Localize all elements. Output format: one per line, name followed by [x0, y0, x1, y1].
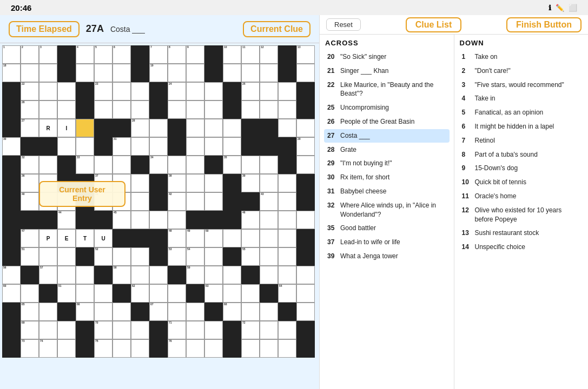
cell-10-3[interactable]: E: [57, 229, 76, 247]
down-column[interactable]: DOWN 1Take on2"Don't care!"3"Five stars,…: [454, 35, 589, 389]
clue-item[interactable]: 6It might be hidden in a lapel: [459, 120, 584, 133]
cell-11-13[interactable]: 55: [241, 247, 260, 266]
cell-16-16[interactable]: [296, 339, 315, 358]
cell-12-14[interactable]: [260, 266, 278, 284]
cell-13-4[interactable]: [76, 284, 94, 303]
cell-5-8[interactable]: [149, 137, 168, 156]
cell-12-3[interactable]: [57, 266, 76, 284]
cell-10-8[interactable]: [149, 229, 168, 247]
clue-item[interactable]: 35Good battler: [324, 222, 450, 235]
cell-4-0[interactable]: [2, 119, 21, 137]
cell-11-16[interactable]: [296, 247, 315, 266]
cell-9-16[interactable]: [296, 211, 315, 229]
cell-16-2[interactable]: 74: [39, 339, 57, 358]
cell-5-12[interactable]: [223, 137, 241, 156]
cell-0-9[interactable]: 8: [168, 45, 186, 64]
cell-0-6[interactable]: 6: [113, 45, 131, 64]
cell-11-2[interactable]: [39, 247, 57, 266]
cell-9-8[interactable]: [149, 211, 168, 229]
clue-item[interactable]: 7Retinol: [459, 134, 584, 147]
cell-8-3[interactable]: [57, 192, 76, 211]
cell-2-14[interactable]: [260, 82, 278, 100]
cell-14-8[interactable]: 67: [149, 303, 168, 321]
cell-3-9[interactable]: [168, 100, 186, 119]
cell-16-14[interactable]: [260, 339, 278, 358]
cell-15-3[interactable]: [57, 321, 76, 339]
cell-9-10[interactable]: [186, 211, 204, 229]
cell-10-15[interactable]: [278, 229, 296, 247]
cell-8-10[interactable]: [186, 192, 204, 211]
cell-2-5[interactable]: 23: [94, 82, 113, 100]
cell-13-0[interactable]: 60: [2, 284, 21, 303]
cell-10-2[interactable]: P: [39, 229, 57, 247]
cell-11-4[interactable]: [76, 247, 94, 266]
cell-13-12[interactable]: [223, 284, 241, 303]
cell-0-7[interactable]: [131, 45, 149, 64]
cell-14-16[interactable]: [296, 303, 315, 321]
cell-5-13[interactable]: [241, 137, 260, 156]
cell-5-7[interactable]: [131, 137, 149, 156]
cell-5-6[interactable]: 31: [113, 137, 131, 156]
cell-11-14[interactable]: [260, 247, 278, 266]
cell-13-2[interactable]: [39, 284, 57, 303]
cell-1-1[interactable]: [21, 64, 39, 82]
cell-16-13[interactable]: [241, 339, 260, 358]
cell-3-4[interactable]: [76, 100, 94, 119]
cell-12-13[interactable]: [241, 266, 260, 284]
cell-16-4[interactable]: [76, 339, 94, 358]
cell-11-10[interactable]: 54: [186, 247, 204, 266]
cell-9-4[interactable]: [76, 211, 94, 229]
cell-3-13[interactable]: [241, 100, 260, 119]
cell-1-10[interactable]: [186, 64, 204, 82]
cell-14-0[interactable]: [2, 303, 21, 321]
cell-3-11[interactable]: [204, 100, 223, 119]
cell-4-1[interactable]: 27: [21, 119, 39, 137]
cell-5-1[interactable]: [21, 137, 39, 156]
cell-15-4[interactable]: [76, 321, 94, 339]
cell-10-12[interactable]: [223, 229, 241, 247]
cell-2-6[interactable]: [113, 82, 131, 100]
cell-1-9[interactable]: [168, 64, 186, 82]
cell-15-2[interactable]: [39, 321, 57, 339]
cell-9-0[interactable]: [2, 211, 21, 229]
cell-12-4[interactable]: [76, 266, 94, 284]
cell-8-1[interactable]: 40: [21, 192, 39, 211]
cell-0-13[interactable]: 11: [241, 45, 260, 64]
cell-9-15[interactable]: [278, 211, 296, 229]
cell-7-14[interactable]: [260, 174, 278, 192]
cell-8-11[interactable]: [204, 192, 223, 211]
cell-14-2[interactable]: [39, 303, 57, 321]
cell-6-1[interactable]: 32: [21, 156, 39, 174]
cell-3-14[interactable]: [260, 100, 278, 119]
cell-1-7[interactable]: [131, 64, 149, 82]
cell-10-14[interactable]: [260, 229, 278, 247]
cell-5-2[interactable]: [39, 137, 57, 156]
cell-4-6[interactable]: [113, 119, 131, 137]
clue-item[interactable]: 12Olive who existed for 10 years before …: [459, 204, 584, 226]
cell-3-12[interactable]: [223, 100, 241, 119]
clue-item[interactable]: 39What a Jenga tower: [324, 250, 450, 263]
clue-item[interactable]: 29"I'm not buying it!": [324, 157, 450, 170]
cell-7-3[interactable]: [57, 174, 76, 192]
clue-item[interactable]: 26People of the Great Basin: [324, 115, 450, 129]
clue-item[interactable]: 8Part of a tuba's sound: [459, 148, 584, 162]
cell-9-13[interactable]: 46: [241, 211, 260, 229]
cell-15-8[interactable]: [149, 321, 168, 339]
cell-5-16[interactable]: 29: [296, 137, 315, 156]
clue-item[interactable]: 25Uncompromising: [324, 101, 450, 115]
cell-2-1[interactable]: 22: [21, 82, 39, 100]
cell-6-13[interactable]: [241, 156, 260, 174]
cell-11-6[interactable]: [113, 247, 131, 266]
cell-12-1[interactable]: [21, 266, 39, 284]
cell-10-7[interactable]: [131, 229, 149, 247]
cell-12-12[interactable]: [223, 266, 241, 284]
cell-11-12[interactable]: [223, 247, 241, 266]
cell-11-7[interactable]: [131, 247, 149, 266]
cell-13-11[interactable]: 63: [204, 284, 223, 303]
cell-1-0[interactable]: 18: [2, 64, 21, 82]
cell-15-0[interactable]: [2, 321, 21, 339]
cell-13-6[interactable]: [113, 284, 131, 303]
cell-2-13[interactable]: 25: [241, 82, 260, 100]
cell-14-4[interactable]: 66: [76, 303, 94, 321]
cell-9-12[interactable]: [223, 211, 241, 229]
